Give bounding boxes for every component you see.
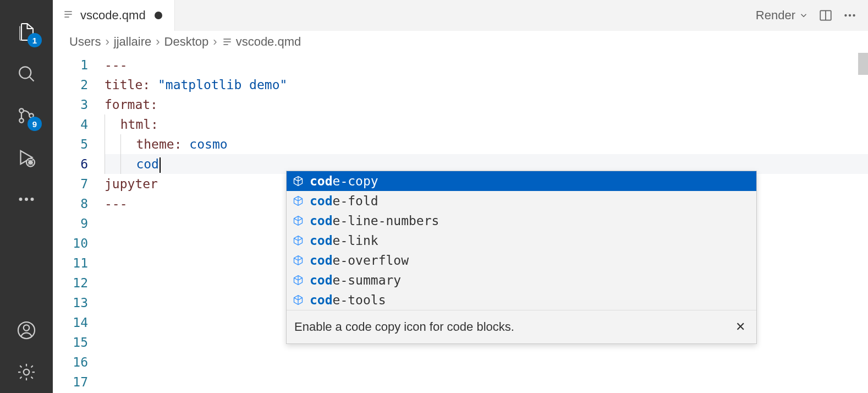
search-icon[interactable] bbox=[13, 61, 40, 87]
svg-point-1 bbox=[19, 108, 24, 113]
suggest-item[interactable]: code-copy bbox=[287, 171, 756, 191]
scm-badge: 9 bbox=[28, 117, 42, 131]
render-button[interactable]: Render bbox=[756, 8, 809, 23]
close-icon[interactable]: ✕ bbox=[732, 317, 749, 337]
svg-point-9 bbox=[24, 325, 30, 331]
tab-label: vscode.qmd bbox=[80, 8, 146, 23]
source-control-icon[interactable]: 9 bbox=[13, 102, 40, 129]
suggest-item[interactable]: code-overflow bbox=[287, 250, 756, 270]
run-debug-icon[interactable] bbox=[13, 144, 40, 171]
svg-point-13 bbox=[849, 14, 851, 17]
split-editor-icon[interactable] bbox=[818, 8, 833, 23]
text-cursor bbox=[160, 157, 161, 173]
module-icon bbox=[292, 274, 304, 286]
chevron-right-icon: › bbox=[213, 35, 217, 49]
minimap-slider[interactable] bbox=[858, 53, 868, 75]
breadcrumb-item[interactable]: Users bbox=[69, 35, 101, 49]
code-editor[interactable]: 1 2 3 4 5 6 7 8 9 10 11 12 13 14 15 16 1… bbox=[53, 53, 868, 393]
suggest-item[interactable]: code-tools bbox=[287, 290, 756, 310]
svg-point-12 bbox=[844, 14, 847, 17]
module-icon bbox=[292, 215, 304, 227]
more-icon[interactable] bbox=[13, 186, 40, 212]
suggest-item[interactable]: code-fold bbox=[287, 191, 756, 211]
suggest-item[interactable]: code-link bbox=[287, 231, 756, 250]
account-icon[interactable] bbox=[13, 317, 40, 343]
svg-point-10 bbox=[24, 369, 30, 375]
module-icon bbox=[292, 254, 304, 266]
settings-gear-icon[interactable] bbox=[13, 359, 40, 385]
chevron-right-icon: › bbox=[105, 35, 109, 49]
file-icon bbox=[63, 9, 74, 22]
breadcrumb-item[interactable]: vscode.qmd bbox=[222, 35, 301, 49]
chevron-right-icon: › bbox=[156, 35, 160, 49]
svg-point-0 bbox=[19, 67, 31, 78]
module-icon bbox=[292, 175, 304, 187]
tab-dirty-indicator bbox=[155, 12, 162, 19]
svg-point-7 bbox=[31, 198, 34, 201]
code-content[interactable]: --- title: "matplotlib demo" format: htm… bbox=[105, 53, 868, 393]
line-number-gutter: 1 2 3 4 5 6 7 8 9 10 11 12 13 14 15 16 1… bbox=[53, 53, 105, 393]
main-area: vscode.qmd Render Users › jjallaire › De… bbox=[53, 0, 868, 393]
tab-bar: vscode.qmd Render bbox=[53, 0, 868, 31]
module-icon bbox=[292, 234, 304, 247]
module-icon bbox=[292, 195, 304, 207]
breadcrumb[interactable]: Users › jjallaire › Desktop › vscode.qmd bbox=[53, 31, 868, 53]
activity-bar: 1 9 bbox=[0, 0, 53, 393]
more-actions-icon[interactable] bbox=[843, 8, 857, 23]
explorer-badge: 1 bbox=[28, 33, 42, 47]
tab-vscode-qmd[interactable]: vscode.qmd bbox=[53, 0, 175, 31]
svg-point-6 bbox=[25, 198, 28, 201]
breadcrumb-item[interactable]: Desktop bbox=[164, 35, 209, 49]
explorer-icon[interactable]: 1 bbox=[13, 19, 40, 45]
svg-point-5 bbox=[19, 198, 23, 201]
suggest-item[interactable]: code-line-numbers bbox=[287, 211, 756, 231]
module-icon bbox=[292, 294, 304, 306]
intellisense-popup[interactable]: code-copy code-fold code-line-numbers bbox=[286, 171, 757, 344]
breadcrumb-item[interactable]: jjallaire bbox=[114, 35, 151, 49]
svg-point-2 bbox=[19, 118, 24, 123]
suggest-detail: Enable a code copy icon for code blocks.… bbox=[287, 310, 756, 343]
svg-point-14 bbox=[853, 14, 855, 17]
suggest-item[interactable]: code-summary bbox=[287, 270, 756, 290]
